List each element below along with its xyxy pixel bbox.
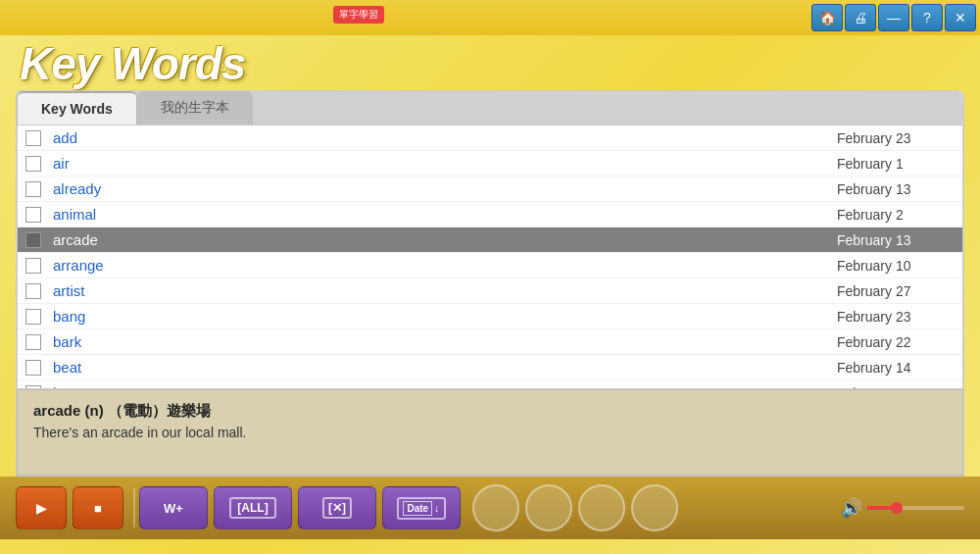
word-text: beat	[53, 359, 837, 376]
date-label: Date↓	[397, 497, 445, 520]
help-button[interactable]: ?	[911, 4, 943, 31]
word-checkbox[interactable]	[25, 258, 41, 274]
divider	[133, 488, 135, 528]
app-title: Key Words	[20, 37, 245, 90]
word-date: February 23	[837, 309, 955, 325]
tab-bar: Key Words 我的生字本	[17, 91, 963, 125]
word-date: February 23	[837, 130, 955, 146]
table-row[interactable]: animalFebruary 2	[18, 202, 962, 227]
word-date: February 10	[837, 258, 955, 274]
word-checkbox[interactable]	[25, 334, 41, 350]
circle-btn-1[interactable]	[472, 484, 519, 531]
word-text: arcade	[53, 231, 837, 248]
definition-area: arcade (n) （電動）遊樂場 There's an arcade in …	[17, 389, 963, 476]
definition-word: arcade (n) （電動）遊樂場	[33, 402, 947, 421]
word-text: arrange	[53, 257, 837, 274]
word-checkbox[interactable]	[25, 156, 41, 172]
word-text: artist	[53, 282, 837, 299]
table-row[interactable]: alreadyFebruary 13	[18, 176, 962, 202]
home-button[interactable]: 🏠	[811, 4, 843, 31]
badge: 單字學習	[333, 6, 384, 24]
word-date: February 22	[837, 334, 955, 350]
word-date: February 2	[837, 207, 955, 223]
volume-area: 🔊	[841, 497, 964, 519]
word-date: February 14	[837, 360, 955, 376]
print-button[interactable]: 🖨	[845, 4, 876, 31]
word-checkbox[interactable]	[25, 232, 41, 248]
table-row[interactable]: airFebruary 1	[18, 151, 962, 176]
table-row[interactable]: barkFebruary 22	[18, 329, 962, 355]
word-checkbox[interactable]	[25, 309, 41, 325]
wplus-button[interactable]: W+	[139, 486, 208, 529]
tab-keywords[interactable]: Key Words	[17, 91, 137, 125]
circle-btn-3[interactable]	[578, 484, 625, 531]
table-row[interactable]: arcadeFebruary 13	[18, 227, 962, 253]
word-text: animal	[53, 206, 837, 223]
stop-button[interactable]: ■	[73, 486, 123, 529]
tab-mywords[interactable]: 我的生字本	[137, 91, 253, 125]
volume-track[interactable]	[866, 506, 964, 510]
title-area: Key Words	[0, 35, 980, 90]
word-checkbox[interactable]	[25, 130, 41, 146]
word-checkbox[interactable]	[25, 385, 41, 390]
word-text: add	[53, 129, 837, 146]
wplus-label: W+	[164, 501, 183, 516]
table-row[interactable]: beatFebruary 14	[18, 355, 962, 380]
word-checkbox[interactable]	[25, 283, 41, 299]
word-text: bang	[53, 308, 837, 325]
table-row[interactable]: beeFebruary 22	[18, 380, 962, 389]
word-text: already	[53, 180, 837, 197]
word-checkbox[interactable]	[25, 360, 41, 376]
word-date: February 27	[837, 283, 955, 299]
word-list[interactable]: addFebruary 23airFebruary 1alreadyFebrua…	[17, 125, 963, 389]
main-content: Key Words 我的生字本 addFebruary 23airFebruar…	[16, 90, 964, 477]
stop-icon: ■	[94, 501, 102, 516]
word-date: February 1	[837, 156, 955, 172]
date-button[interactable]: Date↓	[382, 486, 461, 529]
word-date: February 13	[837, 232, 955, 248]
table-row[interactable]: arrangeFebruary 10	[18, 253, 962, 278]
volume-knob[interactable]	[891, 502, 903, 514]
close-button[interactable]: ✕	[945, 4, 976, 31]
table-row[interactable]: bangFebruary 23	[18, 304, 962, 329]
word-text: air	[53, 155, 837, 172]
word-date: February 13	[837, 181, 955, 197]
all-button[interactable]: [ALL]	[214, 486, 292, 529]
play-icon: ▶	[36, 501, 46, 516]
word-date: February 22	[837, 385, 955, 390]
top-bar: 單字學習 🏠 🖨 — ? ✕	[0, 0, 980, 35]
all-label: [ALL]	[229, 497, 275, 519]
word-text: bee	[53, 384, 837, 389]
word-checkbox[interactable]	[25, 181, 41, 197]
circle-btn-2[interactable]	[525, 484, 572, 531]
table-row[interactable]: artistFebruary 27	[18, 278, 962, 304]
shuffle-label: [✕]	[322, 497, 352, 519]
word-checkbox[interactable]	[25, 207, 41, 223]
definition-example: There's an arcade in our local mall.	[33, 425, 947, 440]
circle-btn-4[interactable]	[631, 484, 678, 531]
minimize-button[interactable]: —	[878, 4, 909, 31]
shuffle-button[interactable]: [✕]	[298, 486, 376, 529]
volume-icon[interactable]: 🔊	[841, 497, 862, 519]
play-button[interactable]: ▶	[16, 486, 67, 529]
table-row[interactable]: addFebruary 23	[18, 126, 962, 151]
bottom-toolbar: ▶ ■ W+ [ALL] [✕] Date↓ 🔊	[0, 477, 980, 539]
word-text: bark	[53, 333, 837, 350]
